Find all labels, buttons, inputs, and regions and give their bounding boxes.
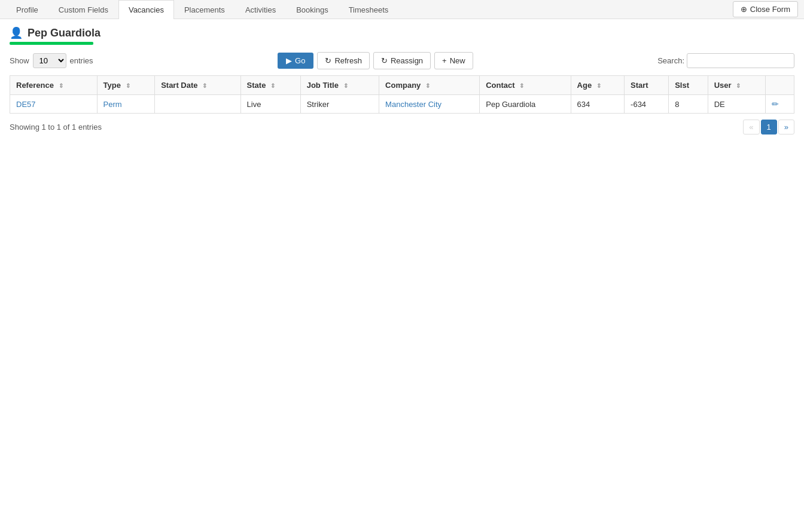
entries-select[interactable]: 10 25 50 100 — [33, 53, 66, 68]
cell-slst: 8 — [669, 95, 708, 114]
sort-state-icon: ⇕ — [270, 82, 275, 89]
cell-user: DE — [708, 95, 765, 114]
prev-page-button[interactable]: « — [743, 120, 759, 134]
refresh-icon: ↻ — [325, 56, 331, 65]
person-header: 👤 Pep Guardiola — [10, 26, 794, 39]
play-icon: ▶ — [286, 56, 292, 65]
reassign-icon: ↻ — [381, 56, 388, 65]
cell-type: Perm — [97, 95, 155, 114]
plus-icon: + — [442, 56, 447, 65]
action-buttons: ▶ Go ↻ Refresh ↻ Reassign + New — [278, 52, 473, 69]
table-header-row: Reference ⇕ Type ⇕ Start Date ⇕ State ⇕ … — [10, 76, 794, 95]
cell-reference: DE57 — [10, 95, 98, 114]
reassign-button[interactable]: ↻ Reassign — [373, 52, 431, 69]
table-row: DE57 Perm Live Striker Manchester City P… — [10, 95, 794, 114]
col-job-title[interactable]: Job Title ⇕ — [300, 76, 379, 95]
col-company[interactable]: Company ⇕ — [379, 76, 480, 95]
tab-placements[interactable]: Placements — [174, 0, 235, 19]
sort-age-icon: ⇕ — [596, 82, 601, 89]
cell-state: Live — [240, 95, 300, 114]
col-start-date[interactable]: Start Date ⇕ — [155, 76, 240, 95]
toolbar-left: Show 10 25 50 100 entries — [10, 53, 93, 68]
next-page-button[interactable]: » — [778, 120, 794, 134]
type-link[interactable]: Perm — [103, 100, 122, 109]
progress-bar-fill — [10, 42, 93, 45]
company-link[interactable]: Manchester City — [385, 100, 441, 109]
sort-type-icon: ⇕ — [126, 82, 130, 89]
new-button[interactable]: + New — [434, 52, 473, 69]
person-name: Pep Guardiola — [28, 27, 100, 39]
pagination: « 1 » — [743, 120, 794, 134]
person-icon: 👤 — [10, 26, 23, 39]
refresh-button[interactable]: ↻ Refresh — [317, 52, 370, 69]
sort-jobtitle-icon: ⇕ — [343, 82, 348, 89]
tabs-bar: Profile Custom Fields Vacancies Placemen… — [0, 0, 804, 19]
col-age[interactable]: Age ⇕ — [571, 76, 625, 95]
col-start[interactable]: Start — [625, 76, 669, 95]
cell-company: Manchester City — [379, 95, 480, 114]
cell-start-date — [155, 95, 240, 114]
show-label: Show — [10, 56, 29, 65]
tab-vacancies[interactable]: Vacancies — [118, 0, 174, 19]
cell-start: -634 — [625, 95, 669, 114]
col-reference[interactable]: Reference ⇕ — [10, 76, 98, 95]
reference-link[interactable]: DE57 — [16, 100, 36, 109]
sort-reference-icon: ⇕ — [59, 82, 63, 89]
vacancies-table: Reference ⇕ Type ⇕ Start Date ⇕ State ⇕ … — [10, 75, 794, 114]
cell-job-title: Striker — [300, 95, 379, 114]
entries-label: entries — [70, 56, 93, 65]
close-form-icon: ⊕ — [741, 5, 747, 14]
col-type[interactable]: Type ⇕ — [97, 76, 155, 95]
edit-icon[interactable]: ✏ — [772, 99, 779, 109]
tab-activities[interactable]: Activities — [235, 0, 286, 19]
showing-text: Showing 1 to 1 of 1 entries — [10, 123, 102, 132]
tab-timesheets[interactable]: Timesheets — [339, 0, 399, 19]
page-1-button[interactable]: 1 — [761, 120, 777, 134]
cell-edit: ✏ — [765, 95, 794, 114]
go-button[interactable]: ▶ Go — [278, 53, 313, 69]
col-user[interactable]: User ⇕ — [708, 76, 765, 95]
close-form-button[interactable]: ⊕ Close Form — [733, 1, 798, 17]
col-contact[interactable]: Contact ⇕ — [480, 76, 571, 95]
main-content: 👤 Pep Guardiola Show 10 25 50 100 entrie… — [0, 19, 804, 142]
sort-user-icon: ⇕ — [736, 82, 741, 89]
tab-profile[interactable]: Profile — [6, 0, 48, 19]
pagination-row: Showing 1 to 1 of 1 entries « 1 » — [10, 120, 794, 134]
progress-bar — [10, 42, 93, 45]
cell-contact: Pep Guardiola — [480, 95, 571, 114]
search-input[interactable] — [687, 53, 794, 68]
tab-custom-fields[interactable]: Custom Fields — [48, 0, 118, 19]
sort-contact-icon: ⇕ — [519, 82, 524, 89]
search-area: Search: — [657, 53, 794, 68]
toolbar: Show 10 25 50 100 entries ▶ Go ↻ Refresh… — [10, 52, 794, 69]
cell-age: 634 — [571, 95, 625, 114]
sort-company-icon: ⇕ — [425, 82, 430, 89]
col-state[interactable]: State ⇕ — [240, 76, 300, 95]
col-actions — [765, 76, 794, 95]
tab-bookings[interactable]: Bookings — [286, 0, 338, 19]
search-label: Search: — [657, 56, 684, 65]
sort-startdate-icon: ⇕ — [202, 82, 207, 89]
col-slst[interactable]: Slst — [669, 76, 708, 95]
